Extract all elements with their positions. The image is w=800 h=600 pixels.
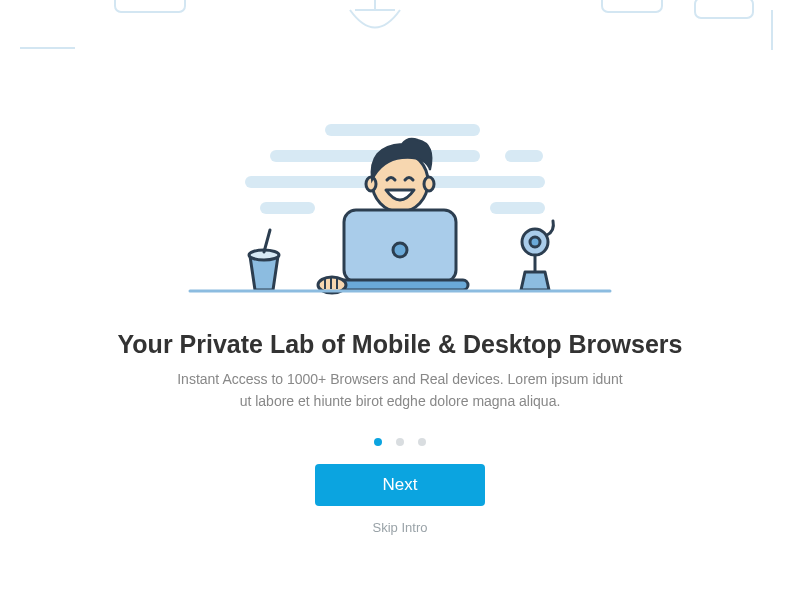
- skip-intro-link[interactable]: Skip Intro: [373, 520, 428, 535]
- next-button[interactable]: Next: [315, 464, 485, 506]
- svg-rect-2: [695, 0, 753, 18]
- hero-illustration: [150, 110, 650, 310]
- svg-rect-8: [490, 202, 545, 214]
- svg-rect-1: [602, 0, 662, 12]
- svg-point-11: [424, 177, 434, 191]
- svg-rect-5: [505, 150, 543, 162]
- svg-rect-14: [332, 280, 468, 290]
- pager-dot-1[interactable]: [374, 438, 382, 446]
- pager-dots: [0, 432, 800, 450]
- pager-dot-2[interactable]: [396, 438, 404, 446]
- headline: Your Private Lab of Mobile & Desktop Bro…: [0, 330, 800, 359]
- svg-point-13: [393, 243, 407, 257]
- svg-rect-3: [325, 124, 480, 136]
- svg-rect-0: [115, 0, 185, 12]
- background-decor: [0, 0, 800, 60]
- svg-rect-7: [260, 202, 315, 214]
- svg-point-18: [530, 237, 540, 247]
- pager-dot-3[interactable]: [418, 438, 426, 446]
- subheadline: Instant Access to 1000+ Browsers and Rea…: [0, 368, 800, 413]
